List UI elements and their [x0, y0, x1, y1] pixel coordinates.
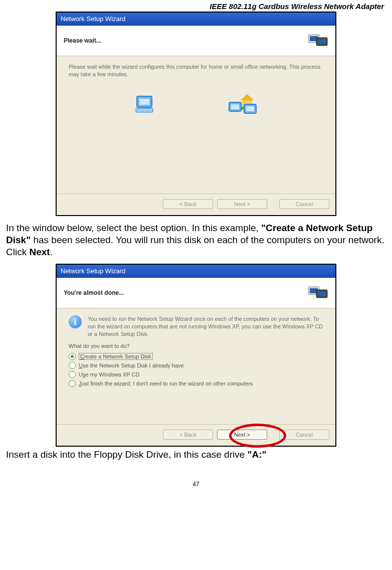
back-button[interactable]: < Back: [163, 430, 213, 440]
wizard-subtitle: Please wait...: [64, 37, 101, 44]
radio-icon[interactable]: [69, 362, 76, 369]
svg-point-13: [241, 107, 244, 110]
svg-rect-5: [139, 99, 149, 105]
wizard-subtitle: You're almost done...: [64, 289, 124, 296]
radio-option-2[interactable]: Use my Windows XP CD: [69, 371, 323, 378]
page-header: IEEE 802.11g Cardbus Wireless Network Ad…: [6, 2, 384, 11]
info-text: You need to run the Network Setup Wizard…: [88, 315, 323, 338]
window-title: Network Setup Wizard: [57, 13, 335, 26]
radio-icon[interactable]: [69, 380, 76, 387]
wizard-description: Please wait while the wizard configures …: [69, 63, 323, 78]
wizard-almost-done: Network Setup Wizard You're almost done.…: [56, 264, 336, 447]
wizard-please-wait: Network Setup Wizard Please wait... Plea…: [56, 12, 336, 216]
radio-option-3[interactable]: Just finish the wizard; I don't need to …: [69, 380, 323, 387]
radio-option-1[interactable]: Use the Network Setup Disk I already hav…: [69, 362, 323, 369]
question-label: What do you want to do?: [69, 343, 323, 349]
next-button[interactable]: Next >: [217, 199, 267, 209]
radio-icon[interactable]: [69, 353, 76, 360]
radio-label: Use my Windows XP CD: [79, 371, 139, 377]
instruction-paragraph-2: Insert a disk into the Floppy Disk Drive…: [6, 449, 386, 461]
radio-option-0[interactable]: Create a Network Setup Disk: [69, 353, 323, 360]
network-home-icon: [227, 93, 259, 118]
info-icon: i: [69, 315, 82, 328]
instruction-paragraph-1: In the window below, select the best opt…: [6, 222, 386, 258]
radio-icon[interactable]: [69, 371, 76, 378]
page-number: 47: [6, 481, 386, 488]
svg-rect-3: [318, 39, 326, 44]
computer-icon: [133, 93, 157, 118]
svg-rect-6: [136, 108, 153, 112]
next-button[interactable]: Next >: [217, 430, 267, 440]
back-button[interactable]: < Back: [163, 199, 213, 209]
window-title: Network Setup Wizard: [57, 265, 335, 278]
radio-label: Just finish the wizard; I don't need to …: [79, 381, 253, 387]
cancel-button[interactable]: Cancel: [279, 430, 329, 440]
svg-rect-12: [246, 106, 254, 111]
radio-label: Use the Network Setup Disk I already hav…: [79, 362, 184, 368]
svg-rect-17: [318, 291, 326, 296]
network-icon: [307, 32, 328, 50]
cancel-button[interactable]: Cancel: [279, 199, 329, 209]
network-icon: [307, 284, 328, 302]
radio-label: Create a Network Setup Disk: [79, 353, 153, 360]
svg-rect-10: [231, 104, 239, 109]
svg-marker-7: [240, 94, 254, 100]
